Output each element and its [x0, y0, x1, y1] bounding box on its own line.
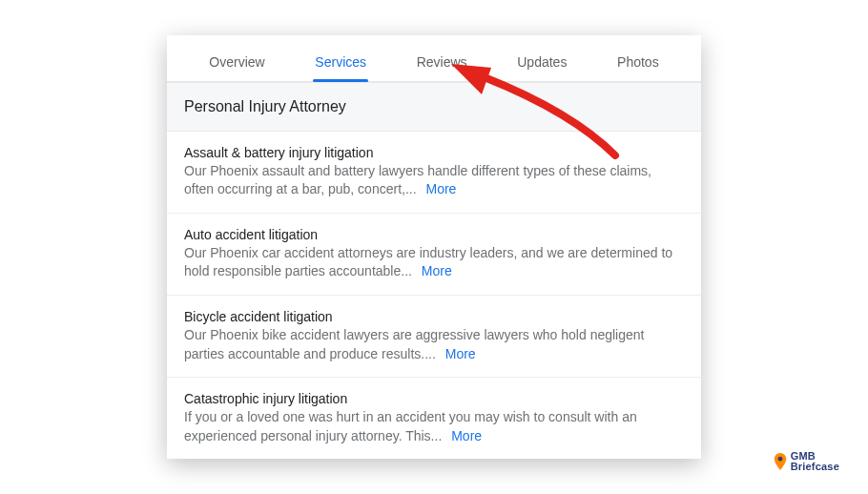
- service-description: Our Phoenix bike accident lawyers are ag…: [184, 326, 684, 363]
- service-description: If you or a loved one was hurt in an acc…: [184, 408, 684, 445]
- more-link[interactable]: More: [422, 263, 452, 278]
- service-description: Our Phoenix assault and battery lawyers …: [184, 162, 684, 199]
- service-description: Our Phoenix car accident attorneys are i…: [184, 244, 684, 281]
- tab-overview[interactable]: Overview: [205, 49, 268, 81]
- service-item: Bicycle accident litigation Our Phoenix …: [167, 296, 701, 378]
- service-title: Catastrophic injury litigation: [184, 391, 684, 406]
- tab-photos[interactable]: Photos: [613, 49, 663, 81]
- more-link[interactable]: More: [451, 428, 482, 443]
- services-category-header: Personal Injury Attorney: [167, 82, 701, 132]
- more-link[interactable]: More: [425, 181, 456, 196]
- service-title: Assault & battery injury litigation: [184, 145, 684, 160]
- map-pin-icon: [774, 453, 787, 470]
- svg-point-1: [777, 457, 782, 462]
- services-list: Assault & battery injury litigation Our …: [167, 132, 701, 460]
- brand-line2: Briefcase: [791, 462, 839, 473]
- tab-reviews[interactable]: Reviews: [413, 49, 471, 81]
- gmb-services-panel: Overview Services Reviews Updates Photos…: [167, 35, 701, 460]
- brand-watermark: GMB Briefcase: [774, 451, 839, 473]
- service-item: Catastrophic injury litigation If you or…: [167, 378, 701, 459]
- service-item: Assault & battery injury litigation Our …: [167, 132, 701, 214]
- tab-updates[interactable]: Updates: [513, 49, 570, 81]
- profile-tabs: Overview Services Reviews Updates Photos: [167, 35, 701, 82]
- service-title: Auto accident litigation: [184, 227, 684, 242]
- service-title: Bicycle accident litigation: [184, 309, 684, 324]
- service-item: Auto accident litigation Our Phoenix car…: [167, 214, 701, 296]
- more-link[interactable]: More: [445, 346, 476, 361]
- tab-services[interactable]: Services: [311, 49, 370, 81]
